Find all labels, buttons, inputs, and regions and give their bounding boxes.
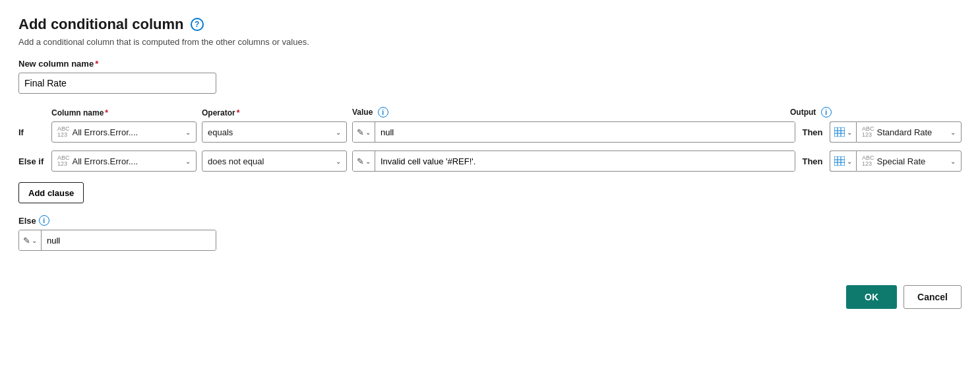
condition-area: If ABC123 All Errors.Error.... ⌄ equals … [18, 121, 962, 172]
elseif-output-type-btn[interactable]: ⌄ [830, 150, 856, 172]
elseif-output-chevron-icon: ⌄ [950, 158, 956, 165]
else-info-icon[interactable]: i [39, 215, 49, 226]
add-clause-button[interactable]: Add clause [18, 182, 84, 203]
elseif-operator-chevron-icon: ⌄ [336, 158, 341, 165]
new-column-name-input[interactable] [18, 73, 216, 94]
new-column-label: New column name* [18, 59, 962, 69]
if-value-type-btn[interactable]: ✎ ⌄ [353, 122, 375, 142]
else-section: Else i ✎ ⌄ [18, 215, 962, 251]
if-table-icon [834, 127, 845, 137]
output-info-icon[interactable]: i [821, 107, 832, 117]
footer: OK Cancel [18, 277, 962, 309]
if-output-wrap: ⌄ ABC123 Standard Rate ⌄ [830, 121, 962, 143]
subtitle: Add a conditional column that is compute… [18, 37, 962, 47]
if-value-input[interactable] [375, 122, 795, 142]
svg-rect-5 [834, 156, 845, 166]
elseif-column-name-dropdown[interactable]: ABC123 All Errors.Error.... ⌄ [51, 150, 197, 172]
if-output-value: Standard Rate [877, 127, 948, 137]
elseif-column-chevron-icon: ⌄ [185, 158, 191, 165]
cancel-button[interactable]: Cancel [903, 285, 962, 309]
header-value: Value i [352, 107, 756, 117]
elseif-column-name-value: All Errors.Error.... [73, 156, 183, 166]
if-value-wrap: ✎ ⌄ [352, 121, 795, 143]
elseif-operator-dropdown[interactable]: does not equal ⌄ [202, 150, 347, 172]
condition-row-if: If ABC123 All Errors.Error.... ⌄ equals … [18, 121, 962, 143]
elseif-then-label: Then [801, 156, 824, 166]
elseif-output-type-chevron-icon: ⌄ [847, 158, 852, 165]
else-label-row: Else i [18, 215, 962, 226]
if-then-label: Then [801, 127, 824, 137]
if-operator-chevron-icon: ⌄ [336, 129, 341, 136]
else-pencil-icon: ✎ [23, 236, 30, 246]
svg-rect-0 [834, 127, 845, 137]
elseif-operator-value: does not equal [208, 156, 333, 166]
if-column-name-value: All Errors.Error.... [73, 127, 183, 137]
value-info-icon[interactable]: i [378, 107, 388, 117]
else-value-wrap: ✎ ⌄ [18, 230, 216, 251]
header-row: Add conditional column ? [18, 16, 962, 33]
else-value-chevron-icon: ⌄ [32, 237, 37, 244]
if-output-type-chevron-icon: ⌄ [847, 129, 852, 136]
elseif-output-value: Special Rate [877, 156, 948, 166]
else-row: ✎ ⌄ [18, 230, 962, 251]
elseif-pencil-icon: ✎ [357, 156, 364, 166]
page-title: Add conditional column [18, 16, 184, 33]
elseif-label: Else if [18, 156, 46, 166]
elseif-output-dropdown[interactable]: ABC123 Special Rate ⌄ [856, 150, 962, 172]
if-operator-value: equals [208, 127, 333, 137]
header-column-name: Column name* [51, 108, 197, 117]
elseif-value-wrap: ✎ ⌄ [352, 150, 795, 172]
if-column-chevron-icon: ⌄ [185, 129, 191, 136]
ok-button[interactable]: OK [846, 285, 897, 309]
if-output-type-btn[interactable]: ⌄ [830, 121, 856, 143]
else-value-input[interactable] [42, 230, 216, 250]
elseif-value-type-btn[interactable]: ✎ ⌄ [353, 151, 375, 171]
if-label: If [18, 127, 46, 137]
if-output-chevron-icon: ⌄ [950, 129, 956, 136]
elseif-table-icon [834, 156, 845, 166]
header-operator: Operator* [202, 108, 347, 117]
headers-row: Column name* Operator* Value i Output i [18, 107, 962, 119]
if-value-chevron-icon: ⌄ [365, 129, 371, 136]
if-pencil-icon: ✎ [357, 127, 364, 137]
header-output: Output i [790, 107, 962, 117]
dialog-container: Add conditional column ? Add a condition… [18, 16, 962, 309]
if-operator-dropdown[interactable]: equals ⌄ [202, 121, 347, 143]
else-value-type-btn[interactable]: ✎ ⌄ [19, 230, 42, 250]
if-output-dropdown[interactable]: ABC123 Standard Rate ⌄ [856, 121, 962, 143]
condition-row-elseif: Else if ABC123 All Errors.Error.... ⌄ do… [18, 150, 962, 172]
if-column-name-dropdown[interactable]: ABC123 All Errors.Error.... ⌄ [51, 121, 197, 143]
elseif-output-wrap: ⌄ ABC123 Special Rate ⌄ [830, 150, 962, 172]
else-label: Else [18, 216, 36, 226]
elseif-value-chevron-icon: ⌄ [365, 158, 371, 165]
elseif-value-input[interactable] [375, 151, 795, 171]
help-icon[interactable]: ? [191, 18, 204, 31]
